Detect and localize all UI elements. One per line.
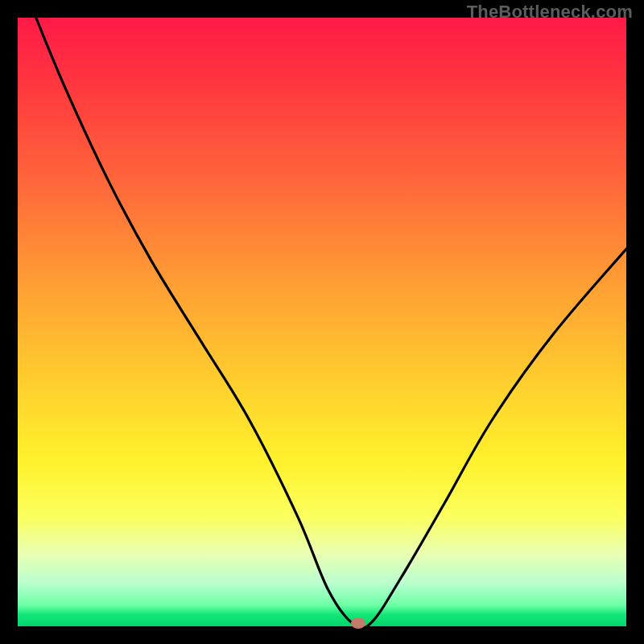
curve-path — [36, 18, 626, 626]
optimum-marker — [351, 617, 365, 629]
chart-frame: TheBottleneck.com — [0, 0, 644, 644]
plot-area — [18, 18, 626, 626]
bottleneck-curve — [18, 18, 626, 626]
